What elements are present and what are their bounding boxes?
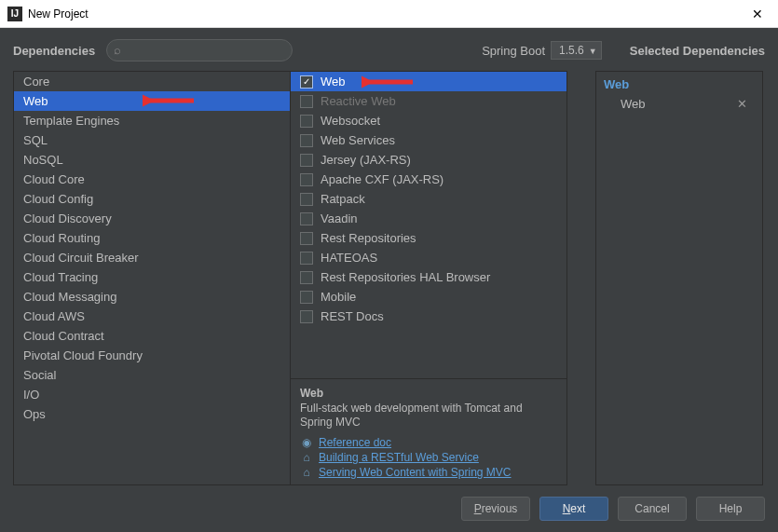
checkbox[interactable] bbox=[300, 291, 313, 304]
checkbox[interactable] bbox=[300, 134, 313, 147]
checkbox[interactable] bbox=[300, 232, 313, 245]
close-icon[interactable]: ✕ bbox=[744, 7, 771, 21]
info-link[interactable]: Reference doc bbox=[319, 436, 391, 449]
info-link-row: ⌂Building a RESTful Web Service bbox=[300, 451, 557, 464]
version-value: 1.5.6 bbox=[559, 44, 584, 57]
selected-dependencies-header: Selected Dependencies bbox=[630, 44, 765, 58]
dependency-label: Ratpack bbox=[321, 192, 365, 206]
selected-item-label: Web bbox=[621, 97, 646, 111]
dependency-label: Mobile bbox=[321, 290, 356, 304]
category-item[interactable]: SQL bbox=[14, 130, 290, 150]
category-item[interactable]: Social bbox=[14, 365, 290, 385]
selected-item: Web✕ bbox=[604, 95, 755, 113]
dependency-item[interactable]: Apache CXF (JAX-RS) bbox=[291, 170, 566, 189]
dependency-column: WebReactive WebWebsocketWeb ServicesJers… bbox=[290, 71, 567, 485]
category-item[interactable]: Ops bbox=[14, 404, 290, 424]
doc-icon: ◉ bbox=[300, 436, 313, 449]
dependencies-label: Dependencies bbox=[13, 44, 95, 58]
info-link-row: ⌂Serving Web Content with Spring MVC bbox=[300, 466, 557, 479]
dependency-item[interactable]: Vaadin bbox=[291, 209, 566, 228]
category-item[interactable]: Cloud Tracing bbox=[14, 267, 290, 287]
dependency-item[interactable]: HATEOAS bbox=[291, 248, 566, 267]
category-item[interactable]: Cloud Routing bbox=[14, 228, 290, 248]
category-item[interactable]: Cloud Circuit Breaker bbox=[14, 248, 290, 267]
dependency-label: Web bbox=[321, 75, 346, 89]
info-link[interactable]: Building a RESTful Web Service bbox=[319, 451, 479, 464]
dependency-list[interactable]: WebReactive WebWebsocketWeb ServicesJers… bbox=[291, 72, 566, 378]
remove-icon[interactable]: ✕ bbox=[737, 97, 747, 111]
checkbox[interactable] bbox=[300, 212, 313, 225]
dependency-label: Vaadin bbox=[321, 211, 358, 225]
help-button[interactable]: Help bbox=[696, 497, 765, 521]
dependency-item: Reactive Web bbox=[291, 91, 566, 111]
dependency-item[interactable]: Web bbox=[291, 72, 566, 91]
category-item[interactable]: Cloud Discovery bbox=[14, 209, 290, 228]
dependency-item[interactable]: Ratpack bbox=[291, 189, 566, 209]
next-button[interactable]: Next bbox=[539, 497, 608, 521]
checkbox[interactable] bbox=[300, 193, 313, 206]
info-link-row: ◉Reference doc bbox=[300, 436, 557, 449]
category-item[interactable]: Cloud Core bbox=[14, 170, 290, 189]
selected-category: Web bbox=[604, 77, 755, 91]
dependency-label: Jersey (JAX-RS) bbox=[321, 153, 411, 167]
previous-button[interactable]: Previous bbox=[461, 497, 530, 521]
search-icon: ⌕ bbox=[114, 43, 121, 57]
spring-boot-label: Spring Boot bbox=[482, 44, 545, 58]
dependency-item[interactable]: Mobile bbox=[291, 287, 566, 307]
category-list[interactable]: CoreWebTemplate EnginesSQLNoSQLCloud Cor… bbox=[13, 71, 291, 485]
category-item[interactable]: Cloud Messaging bbox=[14, 287, 290, 307]
dependency-label: REST Docs bbox=[321, 309, 384, 323]
info-link[interactable]: Serving Web Content with Spring MVC bbox=[319, 466, 512, 479]
category-item[interactable]: Web bbox=[14, 91, 290, 111]
dependency-label: HATEOAS bbox=[321, 251, 377, 265]
dependency-label: Websocket bbox=[321, 114, 380, 128]
checkbox[interactable] bbox=[300, 252, 313, 265]
checkbox bbox=[300, 95, 313, 108]
checkbox[interactable] bbox=[300, 115, 313, 128]
search-box: ⌕ bbox=[106, 39, 293, 61]
dependency-item[interactable]: Websocket bbox=[291, 111, 566, 130]
category-item[interactable]: Cloud AWS bbox=[14, 307, 290, 326]
category-item[interactable]: Core bbox=[14, 72, 290, 91]
window-title: New Project bbox=[28, 7, 744, 20]
checkbox[interactable] bbox=[300, 75, 313, 89]
dependency-item[interactable]: Jersey (JAX-RS) bbox=[291, 150, 566, 170]
app-icon: IJ bbox=[7, 7, 22, 21]
cancel-button[interactable]: Cancel bbox=[618, 497, 687, 521]
info-title: Web bbox=[300, 387, 557, 400]
home-icon: ⌂ bbox=[300, 451, 313, 464]
dependency-item[interactable]: REST Docs bbox=[291, 307, 566, 326]
category-item[interactable]: Cloud Contract bbox=[14, 326, 290, 346]
category-item[interactable]: I/O bbox=[14, 385, 290, 404]
info-description: Full-stack web development with Tomcat a… bbox=[300, 402, 557, 430]
dependency-label: Reactive Web bbox=[321, 94, 396, 108]
dependency-label: Rest Repositories bbox=[321, 231, 416, 245]
dependency-label: Web Services bbox=[321, 133, 395, 147]
category-item[interactable]: NoSQL bbox=[14, 150, 290, 170]
header-row: Dependencies ⌕ Spring Boot 1.5.6 ▼ Selec… bbox=[13, 39, 765, 61]
checkbox[interactable] bbox=[300, 154, 313, 167]
info-panel: Web Full-stack web development with Tomc… bbox=[291, 378, 566, 484]
main-panel: Dependencies ⌕ Spring Boot 1.5.6 ▼ Selec… bbox=[0, 28, 778, 532]
category-item[interactable]: Template Engines bbox=[14, 111, 290, 130]
dependency-label: Rest Repositories HAL Browser bbox=[321, 270, 490, 284]
category-item[interactable]: Cloud Config bbox=[14, 189, 290, 209]
chevron-down-icon: ▼ bbox=[589, 47, 597, 56]
dependency-item[interactable]: Rest Repositories HAL Browser bbox=[291, 267, 566, 287]
dependency-label: Apache CXF (JAX-RS) bbox=[321, 172, 444, 186]
search-input[interactable] bbox=[106, 39, 293, 61]
checkbox[interactable] bbox=[300, 310, 313, 323]
titlebar: IJ New Project ✕ bbox=[0, 0, 778, 28]
dependency-item[interactable]: Rest Repositories bbox=[291, 228, 566, 248]
button-row: Previous Next Cancel Help bbox=[13, 485, 765, 521]
checkbox[interactable] bbox=[300, 271, 313, 284]
dependency-item[interactable]: Web Services bbox=[291, 130, 566, 150]
spring-boot-version-select[interactable]: 1.5.6 ▼ bbox=[551, 41, 602, 60]
checkbox[interactable] bbox=[300, 173, 313, 186]
home-icon: ⌂ bbox=[300, 466, 313, 479]
category-item[interactable]: Pivotal Cloud Foundry bbox=[14, 346, 290, 365]
content-row: CoreWebTemplate EnginesSQLNoSQLCloud Cor… bbox=[13, 71, 765, 485]
selected-dependencies-panel: WebWeb✕ bbox=[595, 71, 763, 485]
